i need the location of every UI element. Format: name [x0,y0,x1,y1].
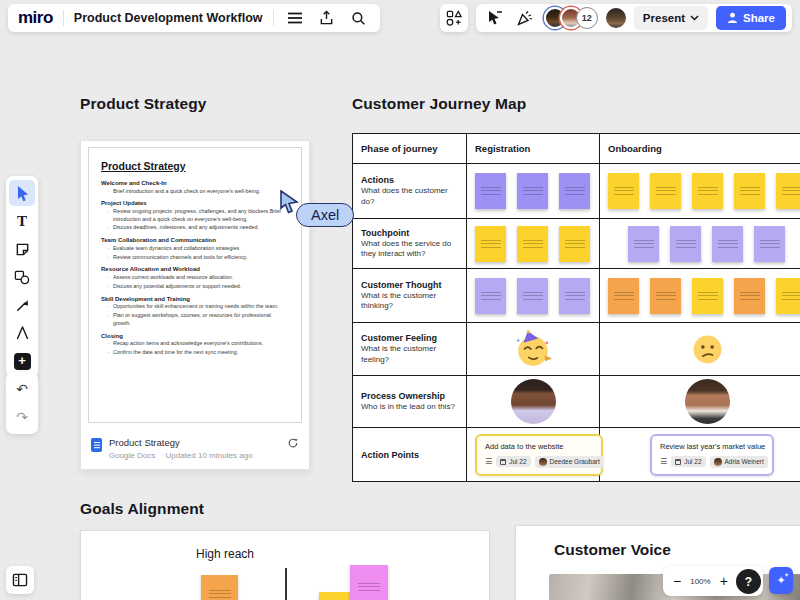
document-bullet: Review communication channels and tools … [108,254,289,262]
goals-frame[interactable]: High reach [80,530,490,600]
journey-cell-registration[interactable] [467,323,600,376]
document-bullet: Recap action items and acknowledge every… [108,340,289,348]
journey-cell-onboarding[interactable] [600,219,800,269]
select-tool[interactable] [9,180,35,206]
sticky-note[interactable] [350,565,388,600]
select-arrow-icon [15,185,30,202]
journey-cell-registration[interactable]: Add data to the website☰Jul 22Deedee Gra… [467,428,600,482]
share-button[interactable]: Share [716,6,786,30]
journey-row-label: Customer FeelingWhat is the customer fee… [353,323,467,376]
journey-map-table[interactable]: Phase of journeyRegistrationOnboardingAc… [352,133,800,482]
sticky-note[interactable] [692,173,723,209]
sticky-note[interactable] [559,278,590,314]
sticky-note[interactable] [650,278,681,314]
sticky-note[interactable] [201,575,238,600]
journey-cell-registration[interactable] [467,164,600,219]
add-more-tool[interactable]: + [9,348,35,374]
present-button[interactable]: Present [634,6,708,30]
sticky-note[interactable] [692,278,723,314]
document-section: Welcome and Check-InBrief introduction a… [101,180,289,195]
chevron-down-icon [690,15,699,21]
hide-cursors-icon[interactable] [484,7,506,29]
sticky-note[interactable] [517,278,548,314]
sticky-note[interactable] [608,173,639,209]
sticky-note[interactable] [475,226,506,262]
sticky-note[interactable] [628,226,659,262]
due-date-chip[interactable]: Jul 22 [671,456,705,467]
due-date-chip[interactable]: Jul 22 [496,456,530,467]
zoom-in-button[interactable]: + [720,574,728,588]
cursor-name-label: Axel [296,203,354,227]
assignee-chip[interactable]: Adria Weinert [710,456,768,468]
sticky-note[interactable] [712,226,743,262]
card-menu-icon[interactable]: ☰ [485,457,492,466]
sticky-note[interactable] [517,226,548,262]
sticky-note[interactable] [776,278,800,314]
reactions-icon[interactable] [514,7,536,29]
goals-axis-line [285,568,287,600]
journey-cell-onboarding[interactable] [600,376,800,428]
assignee-avatar [714,458,722,466]
collaborator-count-badge[interactable]: 12 [576,7,598,29]
sticky-note[interactable] [559,226,590,262]
avatar[interactable] [606,8,626,28]
miro-assist-button[interactable]: ✦ ✦ [769,567,793,594]
action-point-card[interactable]: Review last year's market value☰Jul 22Ad… [650,434,774,476]
arrow-tool[interactable] [9,292,35,318]
pen-tool[interactable] [9,320,35,346]
sticky-note[interactable] [776,173,800,209]
frames-panel-button[interactable] [6,566,34,594]
zoom-out-button[interactable]: − [673,574,681,588]
assignee-chip[interactable]: Deedee Graubart [535,456,604,468]
document-section-heading: Closing [101,333,289,339]
journey-cell-onboarding[interactable]: Review last year's market value☰Jul 22Ad… [600,428,800,482]
board-title[interactable]: Product Development Workflow [74,11,263,25]
shapes-icon [14,269,30,285]
sticky-note[interactable] [559,173,590,209]
person-icon [727,12,738,24]
journey-column-header[interactable]: Registration [467,134,600,164]
sticky-note-tool[interactable] [9,236,35,262]
search-icon[interactable] [348,7,370,29]
menu-icon[interactable] [284,7,306,29]
journey-cell-registration[interactable] [467,269,600,323]
redo-button[interactable]: ↷ [9,404,35,430]
sticky-note[interactable] [475,173,506,209]
journey-cell-onboarding[interactable] [600,269,800,323]
plus-icon: + [14,353,31,370]
undo-button[interactable]: ↶ [9,376,35,402]
miro-logo[interactable]: miro [18,8,53,28]
journey-column-header[interactable]: Phase of journey [353,134,467,164]
shapes-tool[interactable] [9,264,35,290]
owner-avatar[interactable] [511,379,556,424]
card-menu-icon[interactable]: ☰ [660,457,667,466]
sticky-note[interactable] [670,226,701,262]
action-point-card[interactable]: Add data to the website☰Jul 22Deedee Gra… [475,434,603,476]
document-bullet: Plan or suggest workshops, courses, or r… [108,312,289,328]
card-title: Add data to the website [485,442,593,451]
journey-column-header[interactable]: Onboarding [600,134,800,164]
owner-avatar[interactable] [685,379,730,424]
journey-cell-onboarding[interactable] [600,323,800,376]
sticky-note[interactable] [650,173,681,209]
document-section: Resource Allocation and WorkloadAssess c… [101,266,289,290]
export-icon[interactable] [316,7,338,29]
document-bullet: Brief introduction and a quick check on … [108,188,289,196]
sticky-note[interactable] [475,278,506,314]
sticky-note[interactable] [319,592,350,600]
sticky-note[interactable] [608,278,639,314]
journey-cell-registration[interactable] [467,219,600,269]
journey-cell-onboarding[interactable] [600,164,800,219]
avatar-stack[interactable]: 12 [544,7,598,29]
text-tool[interactable]: T [9,208,35,234]
zoom-level[interactable]: 100% [690,577,710,586]
help-button[interactable]: ? [736,569,761,594]
journey-cell-registration[interactable] [467,376,600,428]
sticky-note[interactable] [734,278,765,314]
apps-icon[interactable] [440,4,468,32]
refresh-icon[interactable] [287,437,299,449]
sticky-note[interactable] [517,173,548,209]
sticky-note[interactable] [734,173,765,209]
document-card[interactable]: Product Strategy Welcome and Check-InBri… [80,140,310,470]
sticky-note[interactable] [754,226,785,262]
